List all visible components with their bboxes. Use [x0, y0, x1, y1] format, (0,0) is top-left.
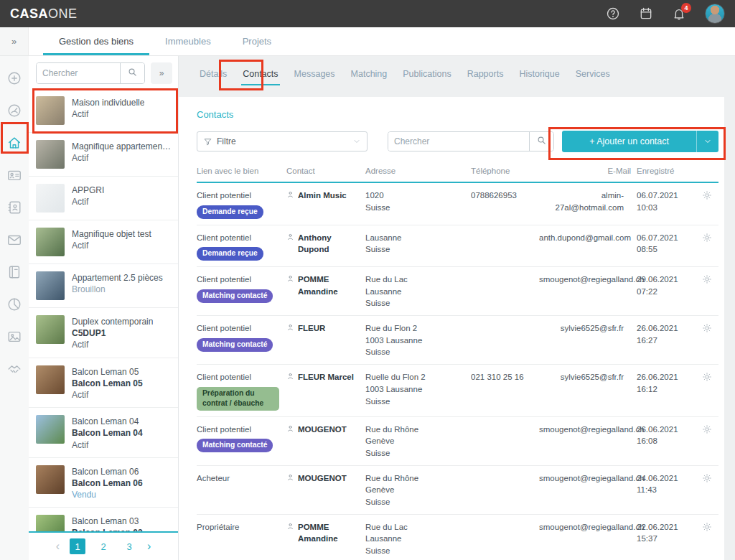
casaone-app: CASAONE 4 » Gestion des biensImmeublesPr… — [0, 0, 735, 560]
cell-address: Rue du LacLausanneSuisse — [365, 274, 471, 309]
address-line: Rue du Rhône — [365, 424, 464, 436]
property-title: Balcon Leman 04 — [72, 416, 143, 427]
property-search-input[interactable] — [37, 63, 120, 83]
handshake-icon[interactable] — [6, 361, 22, 377]
pagination-next-icon[interactable]: › — [147, 540, 151, 553]
property-list-item[interactable]: Balcon Leman 03Balcon Leman 03Actif — [29, 508, 178, 531]
property-meta: Maison individuelleActif — [72, 96, 144, 126]
add-contact-button[interactable]: + Ajouter un contact — [562, 131, 696, 152]
user-avatar[interactable] — [705, 4, 725, 24]
column-header-actions — [701, 167, 718, 175]
contacts-search-button[interactable] — [529, 132, 553, 151]
person-icon — [286, 473, 294, 482]
notifications-bell-icon[interactable]: 4 — [672, 6, 686, 21]
person-icon — [286, 233, 294, 241]
gear-icon[interactable] — [701, 232, 711, 243]
pagination-prev-icon[interactable]: ‹ — [56, 540, 60, 553]
contact-name[interactable]: FLEUR Marcel — [298, 371, 354, 383]
contact-table-row[interactable]: Client potentielDemande reçueAnthony Dup… — [197, 225, 718, 268]
contacts-search-input[interactable] — [388, 132, 529, 151]
link-type-label: Client potentiel — [197, 424, 279, 436]
link-type-label: Propriétaire — [197, 521, 279, 533]
pagination-page-2[interactable]: 2 — [95, 538, 111, 554]
calendar-icon[interactable] — [639, 6, 653, 21]
gear-icon[interactable] — [701, 190, 711, 201]
gear-icon[interactable] — [701, 274, 711, 285]
contact-table-row[interactable]: Client potentielDemande reçueAlmin Music… — [197, 183, 718, 225]
tab-publications[interactable]: Publications — [395, 66, 459, 85]
dashboard-icon[interactable] — [6, 103, 22, 118]
contact-name[interactable]: Almin Music — [298, 190, 347, 202]
contact-table-row[interactable]: Client potentielMatching contactéPOMME A… — [197, 267, 718, 316]
gear-icon[interactable] — [701, 521, 711, 533]
property-list-item[interactable]: Duplex contemporainC5DUP1Actif — [29, 308, 178, 358]
address-line: Lausanne — [365, 533, 464, 545]
property-list-item[interactable]: Magnifique appartement test...Actif — [29, 133, 178, 177]
id-card-icon[interactable] — [6, 167, 22, 183]
gear-icon[interactable] — [701, 371, 711, 383]
add-contact-split-button: + Ajouter un contact — [562, 131, 718, 152]
contact-name[interactable]: MOUGENOT — [298, 424, 347, 436]
cell-phone: 0788626953 — [471, 190, 539, 219]
module-tab-2[interactable]: Projets — [227, 27, 287, 55]
property-list-item[interactable]: Balcon Leman 04Balcon Leman 04Actif — [29, 408, 178, 458]
cell-address: 1020Suisse — [365, 190, 471, 219]
contacts-book-icon[interactable] — [6, 200, 22, 215]
contact-name[interactable]: MOUGENOT — [298, 472, 347, 485]
collapse-sidebar-button[interactable]: » — [0, 27, 29, 55]
tab-services[interactable]: Services — [568, 66, 618, 85]
contact-table-row[interactable]: PropriétairePOMME AmandineRue du LacLaus… — [197, 515, 718, 560]
gear-icon[interactable] — [701, 424, 711, 435]
tab-matching[interactable]: Matching — [343, 66, 395, 85]
tab-historique[interactable]: Historique — [511, 66, 567, 85]
contacts-search — [388, 131, 554, 151]
contact-name[interactable]: FLEUR — [298, 322, 325, 335]
mail-icon[interactable] — [6, 232, 22, 248]
home-icon[interactable] — [6, 135, 22, 151]
contact-table-row[interactable]: AcheteurMOUGENOTRue du RhôneGenèveSuisse… — [197, 466, 718, 515]
address-line: 1020 — [365, 190, 464, 202]
cell-registered-date: 26.06.2021 16:08 — [631, 424, 699, 459]
status-badge: Matching contacté — [197, 439, 273, 452]
property-list-item[interactable]: Balcon Leman 05Balcon Leman 05Actif — [29, 358, 178, 409]
help-icon[interactable] — [606, 6, 620, 21]
property-title: Magnifique appartement test... — [72, 141, 172, 152]
tab-rapports[interactable]: Rapports — [459, 66, 512, 85]
contact-table-row[interactable]: Client potentielMatching contactéMOUGENO… — [197, 417, 718, 466]
cell-address: Rue du RhôneGenèveSuisse — [365, 424, 471, 459]
link-type-label: Client potentiel — [197, 371, 279, 383]
property-search-button[interactable] — [120, 63, 144, 83]
module-tab-1[interactable]: Immeubles — [149, 27, 227, 55]
gear-icon[interactable] — [701, 472, 711, 484]
property-list-item[interactable]: Appartement 2.5 piècesBrouillon — [29, 264, 178, 308]
tab-contacts[interactable]: Contacts — [235, 66, 286, 85]
notebook-icon[interactable] — [6, 264, 22, 280]
pie-chart-icon[interactable] — [6, 297, 22, 312]
property-list-item[interactable]: APPGRIActif — [29, 177, 178, 220]
tab-d-tails[interactable]: Détails — [192, 66, 235, 85]
casaone-logo: CASAONE — [10, 6, 78, 22]
contact-table-row[interactable]: Client potentielMatching contactéFLEURRu… — [197, 316, 718, 365]
module-tab-0[interactable]: Gestion des biens — [43, 27, 149, 55]
pagination-page-3[interactable]: 3 — [121, 538, 137, 554]
contact-name[interactable]: POMME Amandine — [298, 274, 358, 297]
property-search-group — [36, 62, 145, 84]
filter-dropdown[interactable]: Filtre — [197, 131, 368, 151]
property-list-item[interactable]: Balcon Leman 06Balcon Leman 06Vendu — [29, 458, 178, 508]
module-nav-row: » Gestion des biensImmeublesProjets — [0, 27, 735, 56]
add-contact-dropdown-toggle[interactable] — [696, 131, 718, 152]
cell-actions — [701, 424, 718, 459]
contact-name[interactable]: Anthony Dupond — [298, 232, 358, 256]
pagination-page-1[interactable]: 1 — [70, 538, 85, 554]
cell-phone — [471, 472, 539, 508]
tab-messages[interactable]: Messages — [286, 66, 343, 85]
add-circle-icon[interactable] — [6, 70, 22, 86]
expand-panel-button[interactable]: » — [151, 62, 172, 84]
address-line: Genève — [365, 484, 464, 496]
contact-name[interactable]: POMME Amandine — [298, 521, 358, 545]
photos-icon[interactable] — [6, 329, 22, 345]
gear-icon[interactable] — [701, 322, 711, 334]
property-list-item[interactable]: Magnifique objet testActif — [29, 220, 178, 264]
contact-table-row[interactable]: Client potentielPréparation du contrat /… — [197, 365, 718, 416]
property-list-item[interactable]: Maison individuelleActif — [29, 89, 178, 133]
